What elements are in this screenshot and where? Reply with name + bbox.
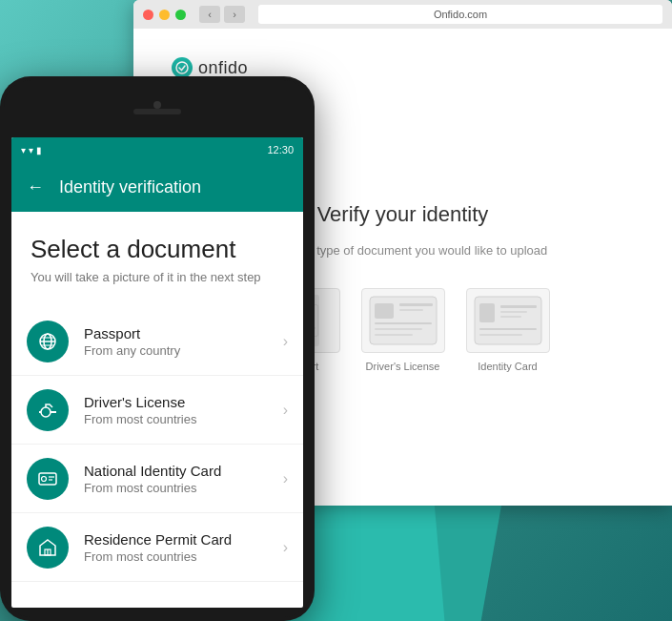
app-subheading: You will take a picture of it in the nex… [31, 270, 284, 284]
doc-item-residence-text: Residence Permit Card From most countrie… [84, 531, 283, 564]
status-icons: ▾ ▾ ▮ [21, 145, 42, 155]
svg-rect-13 [375, 334, 413, 336]
svg-rect-11 [375, 322, 432, 324]
verify-title: Verify your identity [317, 202, 489, 227]
svg-point-30 [42, 476, 47, 481]
svg-rect-17 [500, 311, 527, 313]
battery-icon: ▮ [36, 145, 42, 155]
doc-item-passport-text: Passport From any country [84, 325, 283, 358]
browser-titlebar: ‹ › Onfido.com [133, 0, 672, 29]
doc-item-passport-title: Passport [84, 325, 283, 342]
license-icon [27, 389, 69, 431]
passport-arrow-icon: › [283, 333, 288, 350]
toolbar-back-button[interactable]: ← [27, 177, 44, 197]
phone-inner: ▾ ▾ ▮ 12:30 ← Identity verification Sele… [4, 80, 311, 617]
svg-rect-15 [479, 303, 495, 322]
app-status-bar: ▾ ▾ ▮ 12:30 [11, 137, 303, 162]
browser-nav: ‹ › [199, 6, 245, 23]
onfido-logo-icon [172, 57, 193, 78]
doc-item-license-sub: From most countries [84, 412, 283, 426]
app-content: Select a document You will take a pictur… [11, 212, 303, 284]
doc-item-national-id-text: National Identity Card From most countri… [84, 463, 283, 495]
wifi-icon: ▾ [21, 145, 26, 155]
residence-icon [27, 527, 69, 569]
document-list: Passport From any country › [11, 307, 303, 582]
doc-item-license[interactable]: Driver's License From most countries › [11, 376, 303, 445]
svg-rect-16 [500, 305, 537, 308]
svg-rect-10 [399, 309, 423, 311]
license-arrow-icon: › [283, 402, 288, 419]
doc-card-id-label: Identity Card [478, 361, 537, 372]
phone-device: ▾ ▾ ▮ 12:30 ← Identity verification Sele… [0, 76, 315, 621]
browser-maximize-dot[interactable] [175, 10, 186, 20]
passport-icon [27, 321, 69, 362]
app-heading: Select a document [31, 235, 284, 264]
doc-item-residence[interactable]: Residence Permit Card From most countrie… [11, 513, 303, 582]
doc-card-license-image [361, 288, 445, 353]
browser-minimize-dot[interactable] [159, 10, 170, 20]
onfido-logo: onfido [172, 57, 248, 78]
doc-item-license-title: Driver's License [84, 394, 283, 410]
doc-item-residence-title: Residence Permit Card [84, 531, 283, 548]
onfido-logo-text: onfido [198, 58, 248, 78]
residence-arrow-icon: › [283, 539, 288, 556]
doc-item-national-id[interactable]: National Identity Card From most countri… [11, 445, 303, 513]
svg-rect-12 [375, 328, 422, 330]
svg-rect-20 [479, 334, 522, 336]
svg-point-0 [176, 62, 188, 73]
phone-screen: ▾ ▾ ▮ 12:30 ← Identity verification Sele… [11, 137, 303, 608]
doc-card-license[interactable]: Driver's License [360, 288, 446, 372]
browser-forward-button[interactable]: › [224, 6, 245, 23]
doc-item-passport-sub: From any country [84, 343, 283, 358]
doc-card-license-label: Driver's License [366, 361, 440, 372]
doc-item-national-id-sub: From most countries [84, 481, 283, 495]
phone-speaker [133, 109, 181, 114]
doc-card-id-image [466, 288, 550, 353]
svg-rect-8 [375, 303, 394, 319]
browser-back-button[interactable]: ‹ [199, 6, 220, 23]
svg-rect-9 [399, 303, 433, 306]
phone-camera [153, 101, 161, 109]
toolbar-title: Identity verification [59, 177, 201, 197]
national-id-icon [27, 458, 69, 500]
svg-rect-18 [500, 316, 521, 318]
national-id-arrow-icon: › [283, 470, 288, 487]
signal-icon: ▾ [29, 145, 33, 155]
svg-point-26 [41, 407, 51, 417]
app-toolbar: ← Identity verification [11, 162, 303, 212]
doc-card-id[interactable]: Identity Card [465, 288, 551, 372]
doc-item-license-text: Driver's License From most countries [84, 394, 283, 426]
browser-url-bar[interactable]: Onfido.com [258, 5, 662, 24]
svg-rect-19 [479, 328, 537, 330]
status-time: 12:30 [267, 144, 294, 155]
doc-item-passport[interactable]: Passport From any country › [11, 307, 303, 376]
browser-close-dot[interactable] [143, 10, 153, 20]
doc-item-residence-sub: From most countries [84, 549, 283, 564]
doc-item-national-id-title: National Identity Card [84, 463, 283, 479]
